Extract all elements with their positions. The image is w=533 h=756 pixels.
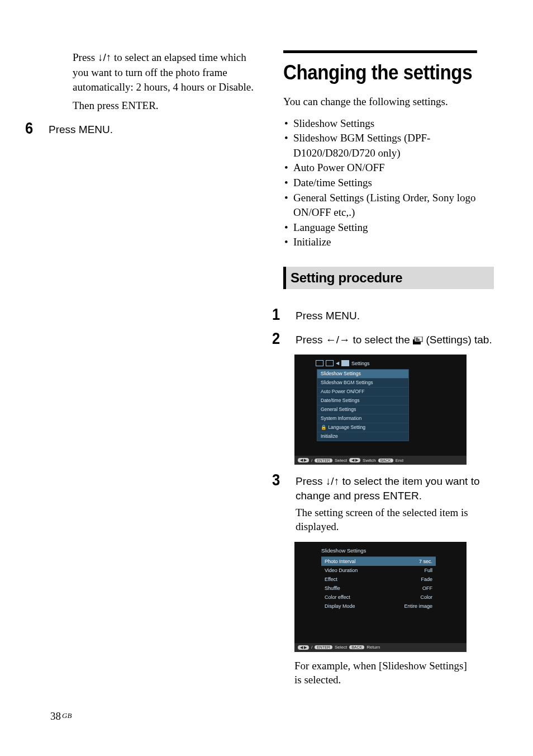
step-1: 1 Press MENU. [272,306,494,323]
screenshot-title: Slideshow Settings [321,547,366,554]
screenshot-footer: ◀ ▶ / ENTER Select BACK Return [294,643,467,652]
list-item: Auto Power ON/OFF [283,160,494,176]
settings-menu: Slideshow Settings Slideshow BGM Setting… [317,369,409,441]
list-item: Date/time Settings [283,176,494,191]
table-row: Video DurationFull [321,566,436,575]
text-fragment: to select the [350,334,413,346]
svg-rect-3 [416,339,420,339]
settings-table: Photo Interval7 sec. Video DurationFull … [321,556,436,611]
settings-list: Slideshow Settings Slideshow BGM Setting… [283,116,494,250]
step-number: 1 [272,306,287,323]
page-region: GB [61,711,72,720]
menu-item: System Information [317,414,408,423]
settings-tab-icon [413,334,423,348]
page-number: 38 [50,710,61,722]
table-row: EffectFade [321,575,436,584]
up-down-arrows: ↓/↑ [326,475,339,487]
left-paragraph-2: Then press ENTER. [73,98,261,114]
right-column: Changing the settings You can change the… [283,50,494,687]
menu-item: Auto Power ON/OFF [317,388,408,396]
text-fragment: Press [296,334,326,346]
page: Press ↓/↑ to select an elapsed time whic… [0,0,533,756]
step-3: 3 Press ↓/↑ to select the item you want … [272,471,494,534]
list-item: Initialize [283,235,494,250]
left-column: Press ↓/↑ to select an elapsed time whic… [50,50,261,687]
up-down-arrows: ↓/↑ [98,51,111,63]
left-paragraph-1: Press ↓/↑ to select an elapsed time whic… [73,50,261,95]
screen-icon [326,360,334,366]
slideshow-settings-screenshot: Slideshow Settings Photo Interval7 sec. … [294,542,467,652]
menu-item: Date/time Settings [317,396,408,405]
subheading: Setting procedure [283,267,494,289]
list-item: Language Setting [283,220,494,235]
page-footer: 38GB [50,710,72,722]
step-text: Press ↓/↑ to select the item you want to… [296,471,494,534]
svg-rect-4 [416,340,420,341]
search-icon [316,360,323,366]
table-row: Photo Interval7 sec. [321,557,436,566]
settings-menu-screenshot: ◀ Settings Slideshow Settings Slideshow … [294,355,467,465]
settings-tab-icon [341,360,349,366]
step-text: Press MENU. [49,120,261,137]
intro-text: You can change the following settings. [283,94,494,110]
step-6: 6 Press MENU. [25,120,261,137]
menu-item: Slideshow Settings [317,370,408,379]
step-number: 2 [272,330,287,347]
menu-item: General Settings [317,405,408,414]
list-item: General Settings (Listing Order, Sony lo… [283,191,494,220]
step-number: 3 [272,471,287,488]
step-subtext: The setting screen of the selected item … [296,505,494,534]
step-number: 6 [25,120,40,136]
left-right-arrows: ←/→ [326,334,350,346]
screenshot-footer: ◀ ▶ / ENTER Select ◀ ▶ Switch BACK End [294,456,467,465]
table-row: Color effectColor [321,593,436,602]
table-row: Display ModeEntire image [321,602,436,611]
step-text: Press MENU. [296,306,494,323]
svg-rect-2 [416,338,418,338]
menu-item: Initialize [317,432,408,441]
list-item: Slideshow BGM Settings (DPF-D1020/D820/D… [283,131,494,160]
step-text: Press ←/→ to select the (Settings) tab. [296,330,494,348]
text-fragment: (Settings) tab. [426,334,492,346]
menu-item: Slideshow BGM Settings [317,379,408,388]
menu-item: 🔒 Language Setting [317,423,408,432]
step-2: 2 Press ←/→ to select the [272,330,494,348]
screenshot-caption: For example, when [Slideshow Settings] i… [294,659,468,687]
table-row: ShuffleOFF [321,584,436,593]
section-title: Changing the settings [283,50,477,84]
text-fragment: Press [73,51,98,63]
list-item: Slideshow Settings [283,116,494,131]
text-fragment: Press [296,475,326,487]
tab-label: Settings [351,361,370,366]
